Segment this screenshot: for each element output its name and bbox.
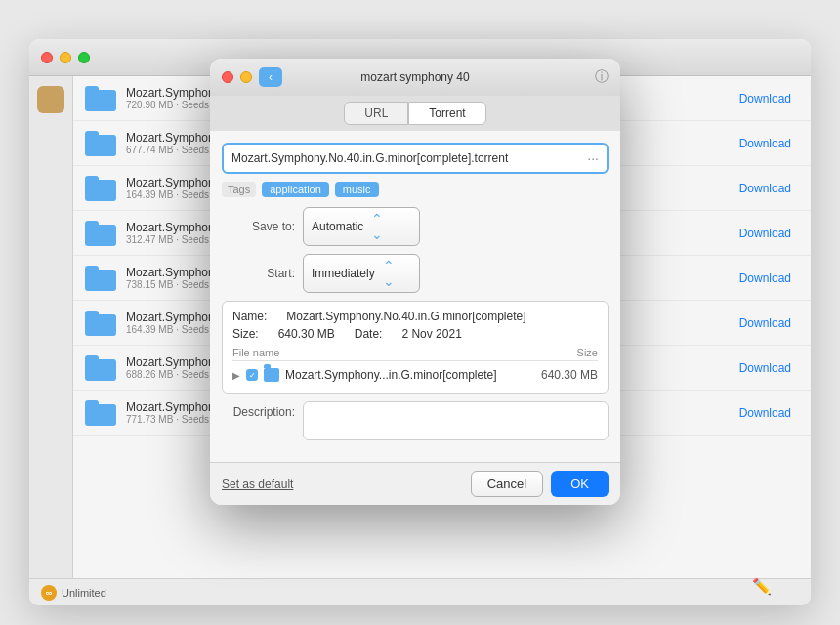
status-label: Unlimited xyxy=(62,587,106,599)
col-filename: File name xyxy=(232,347,279,358)
file-table-header: File name Size xyxy=(232,345,598,361)
name-label: Name: xyxy=(232,310,267,323)
dialog-minimize-button[interactable] xyxy=(240,71,252,83)
download-button-4[interactable]: Download xyxy=(732,268,799,289)
footer-buttons: Cancel OK xyxy=(471,471,609,497)
file-name: Mozart.Symphony...in.G.minor[complete] xyxy=(285,368,535,382)
folder-icon xyxy=(85,355,116,381)
folder-icon xyxy=(85,311,116,336)
torrent-input-field[interactable] xyxy=(231,151,587,165)
info-icon[interactable]: ⓘ xyxy=(595,68,609,86)
tab-torrent[interactable]: Torrent xyxy=(408,102,485,125)
save-to-arrow-icon: ⌃⌄ xyxy=(371,211,383,242)
date-value: 2 Nov 2021 xyxy=(401,327,461,341)
dialog-nav: ‹ xyxy=(259,67,282,87)
bg-maximize-button[interactable] xyxy=(78,52,90,63)
sidebar-torrent-icon xyxy=(37,86,64,113)
col-size: Size xyxy=(577,347,598,358)
tab-url[interactable]: URL xyxy=(344,102,408,125)
download-button-7[interactable]: Download xyxy=(732,402,799,424)
file-size: 640.30 MB xyxy=(541,368,598,382)
unlimited-icon: ∞ xyxy=(41,585,57,601)
tags-row: Tags application music xyxy=(222,182,609,197)
torrent-menu-icon[interactable]: ··· xyxy=(587,150,599,166)
bg-close-button[interactable] xyxy=(41,52,53,63)
size-label: Size: xyxy=(232,327,259,341)
tags-label: Tags xyxy=(222,182,256,197)
start-row: Start: Immediately ⌃⌄ xyxy=(222,254,609,293)
tag-application[interactable]: application xyxy=(262,182,329,197)
folder-icon xyxy=(85,266,116,291)
date-label: Date: xyxy=(355,327,383,341)
download-button-5[interactable]: Download xyxy=(732,312,799,334)
set-default-button[interactable]: Set as default xyxy=(222,478,293,491)
save-to-select[interactable]: Automatic ⌃⌄ xyxy=(303,207,420,246)
download-button-0[interactable]: Download xyxy=(732,88,799,109)
back-button[interactable]: ‹ xyxy=(259,67,282,87)
expand-arrow-icon[interactable]: ▶ xyxy=(232,370,240,381)
save-to-label: Save to: xyxy=(222,220,295,233)
download-button-6[interactable]: Download xyxy=(732,357,799,379)
dialog-footer: Set as default Cancel OK xyxy=(210,462,620,505)
description-section: Description: xyxy=(222,401,609,440)
dialog-tabs: URL Torrent xyxy=(210,96,620,131)
pen-icon: ✏️ xyxy=(752,577,772,596)
file-table: File name Size ▶ ✓ Mozart.Symphony...in.… xyxy=(232,345,598,385)
file-checkbox[interactable]: ✓ xyxy=(246,369,258,381)
tag-music[interactable]: music xyxy=(335,182,379,197)
file-table-row: ▶ ✓ Mozart.Symphony...in.G.minor[complet… xyxy=(232,365,598,385)
cancel-button[interactable]: Cancel xyxy=(471,471,543,497)
description-label: Description: xyxy=(222,401,295,419)
name-value: Mozart.Symphony.No.40.in.G.minor[complet… xyxy=(286,310,525,323)
download-button-1[interactable]: Download xyxy=(732,133,799,154)
dialog-body: ··· Tags application music Save to: Auto… xyxy=(210,131,620,462)
torrent-input-row: ··· xyxy=(222,143,609,174)
torrent-info: Name: Mozart.Symphony.No.40.in.G.minor[c… xyxy=(222,301,609,394)
folder-icon xyxy=(85,221,116,246)
folder-icon xyxy=(85,131,116,156)
download-button-2[interactable]: Download xyxy=(732,178,799,199)
dialog-titlebar: ‹ mozart symphony 40 ⓘ xyxy=(210,59,620,96)
start-value: Immediately xyxy=(312,267,375,280)
save-to-value: Automatic xyxy=(312,220,363,233)
torrent-dialog: ‹ mozart symphony 40 ⓘ URL Torrent ··· T… xyxy=(210,59,620,505)
start-select[interactable]: Immediately ⌃⌄ xyxy=(303,254,420,293)
save-to-row: Save to: Automatic ⌃⌄ xyxy=(222,207,609,246)
ok-button[interactable]: OK xyxy=(551,471,609,497)
file-folder-icon xyxy=(264,368,279,382)
description-textarea[interactable] xyxy=(303,401,609,440)
download-button-3[interactable]: Download xyxy=(732,223,799,244)
folder-icon xyxy=(85,400,116,426)
sidebar xyxy=(29,76,73,605)
folder-icon xyxy=(85,86,116,111)
desc-row: Description: xyxy=(222,401,609,440)
status-bar: ∞ Unlimited xyxy=(29,578,811,605)
dialog-close-button[interactable] xyxy=(222,71,233,83)
start-label: Start: xyxy=(222,267,295,280)
dialog-title: mozart symphony 40 xyxy=(360,70,469,84)
name-row: Name: Mozart.Symphony.No.40.in.G.minor[c… xyxy=(232,310,598,323)
start-arrow-icon: ⌃⌄ xyxy=(383,258,395,289)
size-date-row: Size: 640.30 MB Date: 2 Nov 2021 xyxy=(232,327,598,341)
bg-minimize-button[interactable] xyxy=(60,52,71,63)
folder-icon xyxy=(85,176,116,201)
size-value: 640.30 MB xyxy=(278,327,335,341)
